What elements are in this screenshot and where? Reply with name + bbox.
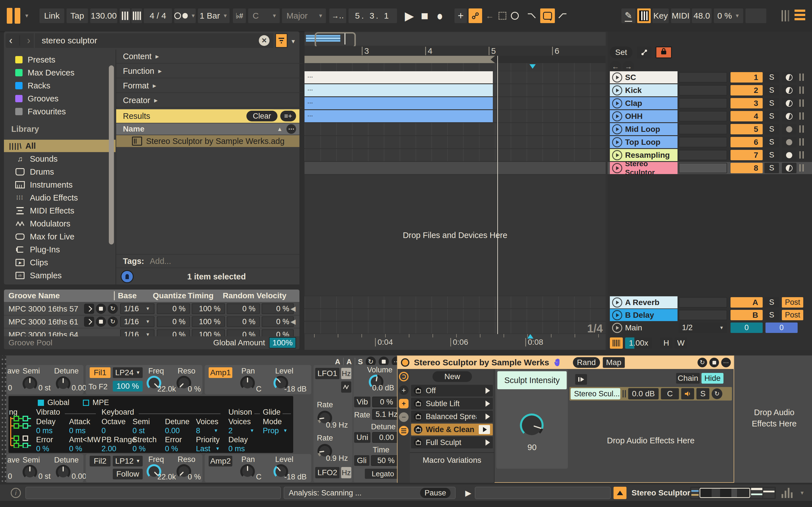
track-grip[interactable] xyxy=(799,151,804,159)
mpe-tab[interactable]: MPE xyxy=(83,398,109,407)
return-letter-button[interactable]: A xyxy=(730,297,763,307)
zoom-width-button[interactable]: W xyxy=(675,337,687,349)
next-locator-button[interactable]: → xyxy=(623,61,634,72)
groove-timing-field[interactable]: 100 % xyxy=(192,316,225,327)
groove-velocity-field[interactable]: 0 % xyxy=(262,316,294,327)
detune-knob[interactable] xyxy=(56,376,70,391)
vibrato-amt-value[interactable]: 0 % xyxy=(69,445,82,453)
chain-volume-field[interactable]: 0.0 dB xyxy=(628,388,659,399)
uni-detune-field[interactable]: 0.00 xyxy=(372,432,401,443)
post-toggle[interactable]: Post xyxy=(782,297,803,307)
filter1-route-amount[interactable]: 100 % xyxy=(113,381,143,392)
semi-value[interactable]: 0 st xyxy=(38,384,51,392)
launch-button[interactable] xyxy=(479,425,490,434)
groove-base-menu[interactable]: 1/16▼ xyxy=(120,303,154,314)
marker-link-button[interactable] xyxy=(637,47,652,58)
device-on-toggle[interactable] xyxy=(401,358,409,367)
groove-commit-button[interactable] xyxy=(84,317,94,327)
arm-button[interactable] xyxy=(782,150,797,160)
resume-icon[interactable]: ▶ xyxy=(465,489,471,498)
amp1-toggle[interactable]: Amp1 xyxy=(209,367,232,378)
logo-caret-icon[interactable]: ▼ xyxy=(24,13,29,19)
level-value[interactable]: -18 dB xyxy=(284,473,307,482)
arrangement-position-field[interactable]: 5. 3. 1 xyxy=(349,8,397,23)
device-chain-thumbnails[interactable] xyxy=(690,487,776,499)
global-groove-menu[interactable]: 0 %▼ xyxy=(714,8,743,23)
track-grip[interactable] xyxy=(799,125,804,133)
sidebar-item-midi-effects[interactable]: MIDI Effects xyxy=(4,205,119,217)
keyboard-error-value[interactable]: 0 % xyxy=(165,445,178,453)
punch-in-button[interactable] xyxy=(525,8,539,23)
sidebar-item-max-devices[interactable]: Max Devices xyxy=(4,66,119,79)
audition-waveform-button[interactable] xyxy=(610,337,623,349)
groove-save-button[interactable] xyxy=(96,304,106,314)
launch-triangle-icon[interactable] xyxy=(486,413,490,420)
groove-row[interactable]: MPC 3000 16ths 57 ↻ 1/16▼ 0 % 100 % 0 % … xyxy=(4,302,299,316)
result-item-row[interactable]: Stereo Sculptor by Sample Werks.adg xyxy=(116,135,299,147)
sidebar-item-sounds[interactable]: ♫Sounds xyxy=(4,153,119,165)
back-chevron-icon[interactable]: ‹ xyxy=(9,35,12,47)
sidebar-item-grooves[interactable]: Grooves xyxy=(4,93,119,105)
glide-mode-value[interactable]: Prop xyxy=(263,427,279,435)
midi-in-indicator[interactable]: 48.0 xyxy=(692,8,712,23)
chain-list-toggle[interactable] xyxy=(399,426,409,436)
chain-audition-button[interactable] xyxy=(575,374,587,385)
computer-midi-keyboard-button[interactable] xyxy=(637,8,651,23)
filter-row-function[interactable]: Function▶ xyxy=(116,64,303,78)
groove-random-field[interactable]: 0 % xyxy=(227,303,260,314)
sidebar-item-clips[interactable]: ▶Clips xyxy=(4,256,119,269)
track-lane-clap[interactable]: ... xyxy=(305,97,606,109)
stop-button[interactable]: ■ xyxy=(418,8,432,23)
octave-value-cut[interactable]: 0 xyxy=(8,384,12,392)
return-letter-button[interactable]: B xyxy=(730,310,763,320)
playback-speed-field[interactable]: 1.00x xyxy=(625,337,652,349)
link-button[interactable]: Link xyxy=(40,8,64,23)
lock-envelopes-button[interactable] xyxy=(656,47,672,58)
track-header-top-loop[interactable]: Top Loop 6 S xyxy=(608,136,812,148)
locator-triangle-icon[interactable] xyxy=(529,64,536,69)
vib-toggle[interactable]: Vib xyxy=(354,397,370,407)
loop-button[interactable] xyxy=(540,8,555,23)
lfo1-wave-button[interactable] xyxy=(341,381,351,393)
groove-velocity-field[interactable]: 0 % xyxy=(262,329,294,336)
rack-options-button[interactable]: ⋯ xyxy=(721,358,731,367)
sidebar-item-plug-ins[interactable]: Plug-Ins xyxy=(4,243,119,256)
groove-commit-button[interactable] xyxy=(84,304,94,314)
filter-toggle-button[interactable] xyxy=(275,33,288,48)
stretch-value[interactable]: 0 % xyxy=(133,445,146,453)
track-header-clap[interactable]: Clap 3 S xyxy=(608,97,812,109)
groove-slider-arrow-icon[interactable]: ◀ xyxy=(290,305,296,313)
groove-random-field[interactable]: 0 % xyxy=(227,329,260,336)
device-a2-toggle[interactable]: A xyxy=(347,357,352,366)
play-button[interactable]: ▶ xyxy=(403,8,416,23)
cue-volume-field[interactable]: 0 xyxy=(730,323,763,333)
filter2-toggle[interactable]: Fil2 xyxy=(90,456,110,466)
main-io-menu[interactable]: 1/2▼ xyxy=(679,323,727,333)
semi-value[interactable]: 0 st xyxy=(38,472,51,481)
sidebar-item-max-for-live[interactable]: Max for Live xyxy=(4,230,119,243)
freq-value[interactable]: 22.0k xyxy=(157,385,176,393)
track-lane-sc[interactable]: ... xyxy=(305,71,606,83)
variation-row-subtle-lift[interactable]: Subtle Lift xyxy=(411,398,493,409)
vib-rate-field[interactable]: 5.1 Hz xyxy=(372,409,401,420)
amp2-toggle[interactable]: Amp2 xyxy=(209,456,232,466)
launch-triangle-icon[interactable] xyxy=(486,400,490,407)
groove-quantize-field[interactable]: 0 % xyxy=(157,329,190,336)
priority-value[interactable]: Last xyxy=(196,445,210,453)
gli-toggle[interactable]: Gli xyxy=(354,455,369,466)
track-lane-ohh[interactable]: ... xyxy=(305,110,606,122)
remove-macro-button[interactable]: − xyxy=(399,412,409,422)
clear-search-icon[interactable]: ✕ xyxy=(259,35,269,46)
sculpt-intensity-knob[interactable] xyxy=(520,413,544,437)
io-activity-icon[interactable] xyxy=(795,10,805,20)
search-input[interactable]: stereo sculptor ✕ xyxy=(35,33,273,48)
filter2-follow-button[interactable]: Follow xyxy=(113,469,143,480)
launch-triangle-icon[interactable] xyxy=(486,439,490,446)
sidebar-item-audio-effects[interactable]: ⁞⁞⁞Audio Effects xyxy=(4,191,119,204)
chain-pan-field[interactable]: C xyxy=(661,388,679,399)
arm-button[interactable] xyxy=(782,98,797,108)
lfo2-toggle[interactable]: LFO2 xyxy=(315,467,340,478)
sidebar-item-drums[interactable]: Drums xyxy=(4,166,119,178)
search-options-caret-icon[interactable]: ▼ xyxy=(290,38,296,45)
filter-row-content[interactable]: Content▶ xyxy=(116,50,303,64)
